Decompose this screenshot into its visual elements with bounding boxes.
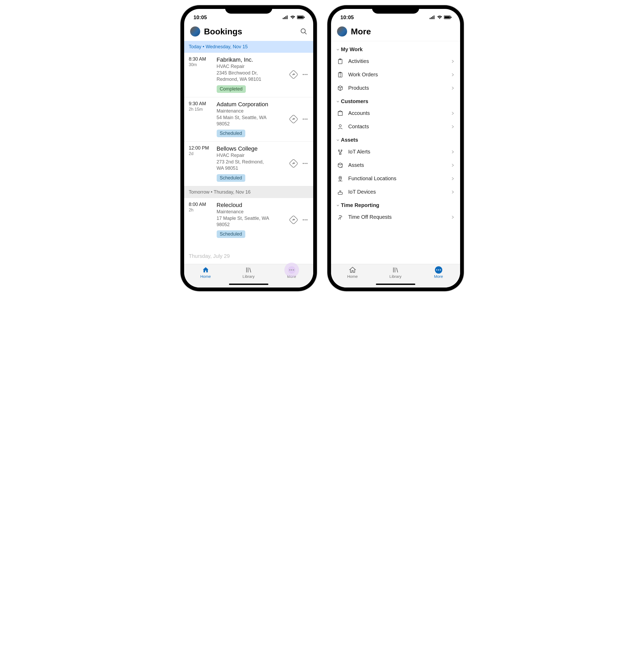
avatar[interactable] bbox=[337, 26, 347, 37]
booking-type: Maintenance bbox=[217, 108, 286, 114]
section-header-time-reporting[interactable]: Time Reporting bbox=[331, 199, 460, 210]
menu-label: Accounts bbox=[348, 110, 446, 116]
chevron-right-icon bbox=[451, 163, 454, 167]
svg-rect-30 bbox=[432, 16, 433, 19]
booking-row[interactable]: 8:00 AM 2h Relecloud Maintenance 17 Mapl… bbox=[184, 198, 313, 242]
signal-icon bbox=[283, 16, 289, 19]
svg-line-27 bbox=[250, 268, 251, 273]
booking-row[interactable]: 12:00 PM 2d Bellows College HVAC Repair … bbox=[184, 142, 313, 186]
home-icon bbox=[202, 266, 209, 274]
booking-start: 8:00 AM bbox=[189, 202, 214, 207]
menu-label: Work Orders bbox=[348, 72, 446, 78]
section-title: Assets bbox=[341, 137, 358, 143]
status-badge: Scheduled bbox=[217, 174, 245, 182]
svg-rect-41 bbox=[338, 112, 342, 115]
menu-item-time-off[interactable]: Time Off Requests bbox=[331, 210, 460, 224]
chevron-right-icon bbox=[451, 73, 454, 76]
chevron-right-icon bbox=[451, 125, 454, 129]
svg-rect-1 bbox=[284, 17, 285, 19]
date-value: Thursday, Nov 16 bbox=[214, 189, 251, 195]
tab-bar: Home Library More bbox=[184, 264, 313, 288]
menu-item-iot-devices[interactable]: IoT Devices bbox=[331, 185, 460, 199]
svg-rect-29 bbox=[431, 17, 432, 19]
more-icon[interactable] bbox=[302, 217, 308, 223]
library-icon bbox=[392, 266, 399, 274]
tab-library[interactable]: Library bbox=[384, 266, 407, 278]
battery-icon bbox=[444, 16, 452, 19]
section-title: Time Reporting bbox=[341, 202, 379, 208]
chevron-right-icon bbox=[451, 112, 454, 115]
menu-item-contacts[interactable]: Contacts bbox=[331, 120, 460, 133]
svg-rect-5 bbox=[297, 16, 303, 18]
iot-device-icon bbox=[337, 189, 344, 195]
svg-point-42 bbox=[339, 125, 341, 127]
date-prefix: Today bbox=[189, 44, 202, 49]
booking-customer: Relecloud bbox=[217, 202, 286, 208]
directions-icon[interactable] bbox=[289, 70, 298, 79]
page-title: More bbox=[351, 27, 454, 37]
date-value: Wednesday, Nov 15 bbox=[206, 44, 248, 49]
battery-icon bbox=[297, 16, 305, 19]
menu-label: Functional Locations bbox=[348, 176, 446, 182]
section-header-customers[interactable]: Customers bbox=[331, 95, 460, 107]
menu-label: Contacts bbox=[348, 123, 446, 130]
notch bbox=[372, 5, 419, 14]
chevron-right-icon bbox=[451, 60, 454, 63]
svg-point-46 bbox=[340, 177, 341, 178]
tab-label: Library bbox=[243, 274, 255, 278]
booking-duration: 2h 15m bbox=[189, 107, 214, 112]
svg-line-8 bbox=[304, 32, 306, 35]
menu-item-functional-locations[interactable]: Functional Locations bbox=[331, 172, 460, 185]
section-title: Customers bbox=[341, 98, 368, 105]
booking-address: 2345 Birchwood Dr, Redmond, WA 98101 bbox=[217, 70, 286, 83]
menu-label: Activities bbox=[348, 58, 446, 64]
more-icon[interactable] bbox=[302, 160, 308, 167]
booking-duration: 2h bbox=[189, 208, 214, 212]
svg-point-12 bbox=[306, 74, 307, 75]
booking-type: HVAC Repair bbox=[217, 153, 286, 158]
directions-icon[interactable] bbox=[289, 216, 298, 224]
svg-rect-33 bbox=[444, 16, 450, 18]
booking-customer: Bellows College bbox=[217, 145, 286, 152]
menu-item-products[interactable]: Products bbox=[331, 81, 460, 95]
svg-rect-34 bbox=[451, 17, 452, 18]
bookings-scroll[interactable]: Today • Wednesday, Nov 15 8:30 AM 30m Fa… bbox=[184, 41, 313, 264]
tab-library[interactable]: Library bbox=[237, 266, 260, 278]
tab-more[interactable]: More bbox=[280, 266, 303, 278]
avatar[interactable] bbox=[190, 26, 201, 37]
menu-item-assets[interactable]: Assets bbox=[331, 158, 460, 172]
section-header-my-work[interactable]: My Work bbox=[331, 43, 460, 54]
page-title: Bookings bbox=[204, 27, 296, 37]
booking-row[interactable]: 9:30 AM 2h 15m Adatum Corporation Mainte… bbox=[184, 97, 313, 142]
directions-icon[interactable] bbox=[289, 159, 298, 168]
booking-customer: Fabrikam, Inc. bbox=[217, 57, 286, 63]
tab-label: Home bbox=[200, 274, 211, 278]
chevron-down-icon bbox=[336, 138, 340, 142]
status-time: 10:05 bbox=[341, 15, 354, 20]
booking-start: 12:00 PM bbox=[189, 145, 214, 151]
wifi-icon bbox=[437, 16, 442, 19]
search-icon[interactable] bbox=[300, 28, 307, 35]
date-prefix: Tomorrow bbox=[189, 189, 210, 195]
svg-point-24 bbox=[306, 219, 307, 220]
menu-item-work-orders[interactable]: Work Orders bbox=[331, 68, 460, 81]
svg-rect-45 bbox=[340, 153, 341, 155]
menu-item-iot-alerts[interactable]: IoT Alerts bbox=[331, 145, 460, 158]
tab-more[interactable]: More bbox=[427, 266, 451, 278]
tab-home[interactable]: Home bbox=[341, 266, 364, 278]
booking-address: 273 2nd St, Redmond, WA 98051 bbox=[217, 159, 286, 172]
svg-rect-21 bbox=[289, 216, 298, 224]
more-icon bbox=[435, 266, 442, 274]
menu-item-accounts[interactable]: Accounts bbox=[331, 107, 460, 120]
svg-point-10 bbox=[303, 74, 304, 75]
menu-item-activities[interactable]: Activities bbox=[331, 54, 460, 68]
more-scroll[interactable]: My Work Activities Work Orders Products … bbox=[331, 41, 460, 264]
directions-icon[interactable] bbox=[289, 115, 298, 123]
tab-home[interactable]: Home bbox=[194, 266, 217, 278]
more-icon[interactable] bbox=[302, 116, 308, 122]
more-icon[interactable] bbox=[302, 71, 308, 78]
section-header-assets[interactable]: Assets bbox=[331, 133, 460, 145]
booking-row[interactable]: 8:30 AM 30m Fabrikam, Inc. HVAC Repair 2… bbox=[184, 53, 313, 97]
svg-point-44 bbox=[341, 150, 342, 151]
booking-address: 17 Maple St, Seattle, WA 98052 bbox=[217, 215, 286, 228]
